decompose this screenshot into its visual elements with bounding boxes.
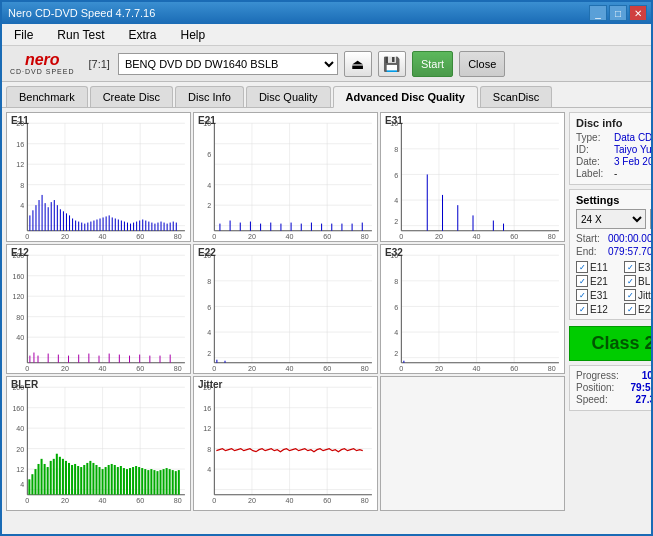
check-e21-box[interactable]: ✓: [576, 275, 588, 287]
svg-text:60: 60: [323, 497, 331, 505]
svg-text:16: 16: [16, 141, 24, 149]
chart-e22-svg: 10 8 6 4 2 0 20 40 60 80: [194, 245, 377, 373]
svg-rect-99: [291, 223, 292, 231]
progress-section: Progress: 100 % Position: 79:55.00 Speed…: [569, 365, 651, 411]
tab-benchmark[interactable]: Benchmark: [6, 86, 88, 107]
chart-e11-label: E11: [11, 115, 29, 126]
tab-advanced-disc-quality[interactable]: Advanced Disc Quality: [333, 86, 478, 108]
svg-rect-161: [68, 356, 69, 363]
minimize-button[interactable]: _: [589, 5, 607, 21]
svg-rect-246: [47, 467, 49, 495]
svg-rect-39: [81, 223, 82, 231]
svg-rect-283: [160, 470, 162, 495]
svg-rect-245: [44, 464, 46, 495]
svg-rect-42: [90, 222, 91, 231]
check-e32-box[interactable]: ✓: [624, 261, 636, 273]
svg-rect-53: [124, 222, 125, 231]
svg-rect-50: [115, 218, 116, 230]
svg-rect-97: [270, 223, 271, 231]
check-bler-box[interactable]: ✓: [624, 275, 636, 287]
svg-rect-61: [148, 222, 149, 231]
svg-text:160: 160: [12, 273, 24, 281]
svg-text:4: 4: [207, 466, 211, 474]
svg-text:20: 20: [435, 233, 443, 241]
tab-bar: Benchmark Create Disc Disc Info Disc Qua…: [2, 82, 651, 108]
device-select[interactable]: BENQ DVD DD DW1640 BSLB: [118, 53, 338, 75]
tab-disc-quality[interactable]: Disc Quality: [246, 86, 331, 107]
svg-text:6: 6: [394, 303, 398, 311]
svg-rect-69: [173, 222, 174, 231]
svg-rect-275: [135, 466, 137, 495]
svg-rect-105: [352, 224, 353, 231]
svg-text:4: 4: [20, 202, 24, 210]
svg-rect-170: [160, 356, 161, 363]
svg-rect-103: [331, 224, 332, 231]
title-bar: Nero CD-DVD Speed 4.7.7.16 _ □ ✕: [2, 2, 651, 24]
svg-rect-47: [106, 216, 107, 230]
start-button[interactable]: Start: [412, 51, 453, 77]
svg-text:4: 4: [394, 197, 398, 205]
menu-runtest[interactable]: Run Test: [51, 26, 110, 44]
save-icon-btn[interactable]: 💾: [378, 51, 406, 77]
close-button[interactable]: Close: [459, 51, 505, 77]
speed-icon-btn[interactable]: ↺: [650, 209, 651, 229]
svg-text:20: 20: [61, 365, 69, 373]
svg-rect-43: [93, 221, 94, 231]
toolbar: nero CD·DVD SPEED [7:1] BENQ DVD DD DW16…: [2, 46, 651, 82]
svg-rect-25: [39, 200, 40, 231]
svg-rect-289: [178, 470, 180, 495]
svg-rect-258: [83, 465, 85, 495]
svg-rect-58: [139, 221, 140, 231]
svg-rect-67: [167, 224, 168, 231]
check-e11-box[interactable]: ✓: [576, 261, 588, 273]
chart-e21-label: E21: [198, 115, 216, 126]
svg-text:12: 12: [16, 466, 24, 474]
check-bler: ✓ BLER: [624, 275, 651, 287]
svg-rect-71: [194, 113, 377, 241]
eject-icon-btn[interactable]: ⏏: [344, 51, 372, 77]
svg-rect-36: [72, 218, 73, 230]
svg-rect-247: [50, 461, 52, 495]
close-button[interactable]: ✕: [629, 5, 647, 21]
svg-rect-100: [301, 224, 302, 231]
speed-select[interactable]: 24 X: [576, 209, 646, 229]
menu-extra[interactable]: Extra: [122, 26, 162, 44]
svg-text:40: 40: [99, 497, 107, 505]
chart-empty: [380, 376, 565, 511]
check-e31-box[interactable]: ✓: [576, 289, 588, 301]
menu-help[interactable]: Help: [175, 26, 212, 44]
speed-prog-row: Speed: 27.33 X: [576, 394, 651, 405]
chart-e32-label: E32: [385, 247, 403, 258]
maximize-button[interactable]: □: [609, 5, 627, 21]
svg-rect-157: [33, 353, 34, 363]
svg-rect-102: [321, 224, 322, 231]
tab-create-disc[interactable]: Create Disc: [90, 86, 173, 107]
tab-scandisc[interactable]: ScanDisc: [480, 86, 552, 107]
check-jitter-box[interactable]: ✓: [624, 289, 636, 301]
svg-rect-268: [114, 465, 116, 495]
svg-text:80: 80: [174, 497, 182, 505]
check-e12-box[interactable]: ✓: [576, 303, 588, 315]
svg-text:80: 80: [548, 365, 556, 373]
svg-rect-252: [65, 461, 67, 495]
window-title: Nero CD-DVD Speed 4.7.7.16: [6, 7, 155, 19]
svg-text:40: 40: [16, 334, 24, 342]
svg-rect-279: [147, 470, 149, 495]
check-e32-label: E32: [638, 262, 651, 273]
svg-rect-27: [45, 203, 46, 231]
device-label: [7:1]: [89, 58, 110, 70]
check-e21-label: E21: [590, 276, 608, 287]
svg-rect-276: [138, 467, 140, 495]
speed-row: 24 X ↺: [576, 209, 651, 229]
tab-disc-info[interactable]: Disc Info: [175, 86, 244, 107]
main-window: Nero CD-DVD Speed 4.7.7.16 _ □ ✕ File Ru…: [0, 0, 653, 536]
check-e22-box[interactable]: ✓: [624, 303, 636, 315]
check-e31-label: E31: [590, 290, 608, 301]
svg-rect-70: [176, 223, 177, 231]
svg-rect-278: [144, 469, 146, 495]
svg-rect-54: [127, 223, 128, 231]
svg-rect-101: [311, 223, 312, 231]
menu-file[interactable]: File: [8, 26, 39, 44]
svg-text:80: 80: [16, 314, 24, 322]
svg-rect-285: [166, 468, 168, 495]
